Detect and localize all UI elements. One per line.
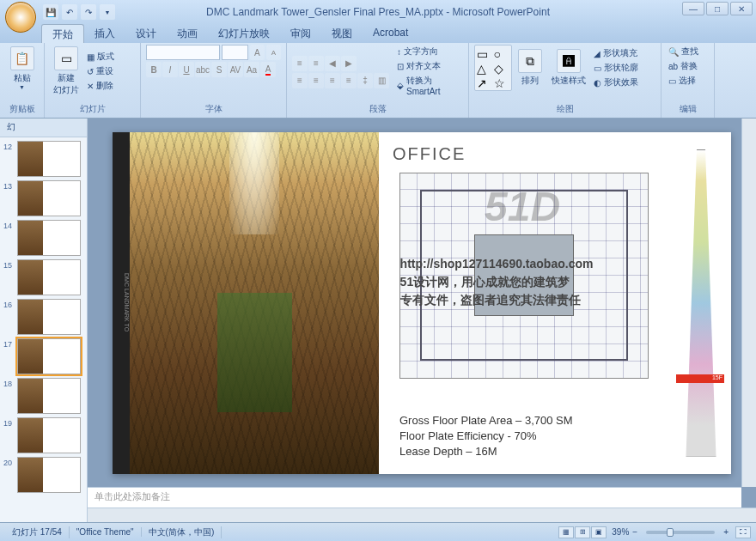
sorter-view-button[interactable]: ⊞ (575, 526, 590, 538)
quick-access-toolbar: 💾 ↶ ↷ ▼ (43, 4, 115, 20)
horizontal-scrollbar[interactable] (88, 508, 756, 522)
zoom-in-button[interactable]: + (720, 527, 732, 537)
layout-button[interactable]: ▦版式 (85, 50, 116, 64)
group-font-label: 字体 (146, 103, 281, 116)
zoom-out-button[interactable]: − (629, 527, 641, 537)
shape-outline-button[interactable]: ▭形状轮廓 (592, 61, 640, 75)
quick-styles-icon: 🅰 (557, 49, 581, 73)
tab-animations[interactable]: 动画 (167, 24, 208, 43)
status-slide-count[interactable]: 幻灯片 17/54 (5, 526, 70, 538)
text-direction-button[interactable]: ↕文字方向 (395, 45, 463, 58)
tab-review[interactable]: 审阅 (280, 24, 321, 43)
slide-canvas[interactable]: DMC LANDMARK TO OFFICE 51D http://shop12… (113, 132, 731, 474)
justify-button[interactable]: ≡ (341, 73, 357, 88)
decrease-indent-button[interactable]: ◀ (325, 56, 340, 71)
tab-view[interactable]: 视图 (321, 24, 363, 43)
select-button[interactable]: ▭选择 (667, 74, 709, 88)
shapes-gallery[interactable]: ▭○△◇↗☆ (474, 45, 512, 91)
line-spacing-button[interactable]: ‡ (357, 73, 373, 88)
thumbnail-number: 15 (3, 259, 17, 270)
thumbnail-number: 12 (3, 141, 17, 151)
minimize-button[interactable]: — (682, 2, 704, 15)
thumbnail-item[interactable]: 15 (3, 259, 83, 295)
numbering-button[interactable]: ≡ (308, 56, 324, 71)
tab-slideshow[interactable]: 幻灯片放映 (208, 24, 280, 43)
reset-button[interactable]: ↺重设 (85, 64, 116, 78)
tab-home[interactable]: 开始 (41, 24, 84, 43)
slideshow-view-button[interactable]: ▣ (591, 526, 607, 538)
thumbnail-item[interactable]: 17 (3, 338, 83, 374)
columns-button[interactable]: ▥ (374, 73, 389, 88)
arrange-button[interactable]: ⧉ 排列 (515, 47, 546, 88)
thumbnail-preview (17, 180, 81, 216)
panel-tab-slides[interactable]: 幻 (0, 119, 22, 137)
align-right-button[interactable]: ≡ (325, 73, 340, 88)
thumbnail-number: 14 (3, 220, 17, 230)
tower-floor-marker: 15F (676, 374, 724, 383)
tab-insert[interactable]: 插入 (84, 24, 125, 43)
find-button[interactable]: 🔍查找 (667, 45, 709, 58)
align-text-button[interactable]: ⊡对齐文本 (395, 59, 463, 73)
thumbnail-item[interactable]: 12 (3, 141, 83, 177)
quick-styles-button[interactable]: 🅰 快速样式 (548, 47, 589, 88)
zoom-slider[interactable] (646, 531, 715, 534)
tab-acrobat[interactable]: Acrobat (363, 24, 418, 43)
smartart-button[interactable]: ⬙转换为 SmartArt (395, 74, 463, 97)
thumbnail-item[interactable]: 14 (3, 220, 83, 256)
slide-content: OFFICE 51D http://shop127114690.taobao.c… (379, 132, 731, 474)
fit-window-button[interactable]: ⛶ (735, 526, 751, 538)
office-button[interactable] (5, 2, 36, 33)
zoom-percent[interactable]: 39% (612, 527, 629, 537)
font-family-dropdown[interactable] (146, 45, 220, 60)
arrange-icon: ⧉ (518, 49, 542, 73)
maximize-button[interactable]: □ (706, 2, 729, 15)
align-left-button[interactable]: ≡ (292, 73, 308, 88)
thumbnail-preview (17, 338, 81, 374)
new-slide-button[interactable]: ▭ 新建 幻灯片 (50, 45, 82, 98)
replace-button[interactable]: ab替换 (667, 59, 709, 73)
tower-elevation: 15F (680, 149, 722, 457)
thumbnail-preview (17, 299, 81, 335)
shape-fill-button[interactable]: ◢形状填充 (592, 46, 640, 60)
thumbnail-item[interactable]: 13 (3, 180, 83, 216)
delete-button[interactable]: ✕删除 (85, 79, 116, 93)
normal-view-button[interactable]: ▦ (558, 526, 574, 538)
bullets-button[interactable]: ≡ (292, 56, 308, 71)
font-color-button[interactable]: A (260, 62, 276, 77)
thumbnail-item[interactable]: 19 (3, 417, 83, 453)
thumbnail-item[interactable]: 20 (3, 457, 83, 493)
paste-button[interactable]: 📋 粘贴 ▼ (5, 45, 39, 92)
main-area: DMC LANDMARK TO OFFICE 51D http://shop12… (88, 119, 756, 522)
grow-font-button[interactable]: A (250, 45, 265, 60)
tab-design[interactable]: 设计 (125, 24, 167, 43)
shape-effects-button[interactable]: ◐形状效果 (592, 76, 640, 89)
vertical-scrollbar[interactable] (741, 119, 756, 487)
italic-button[interactable]: I (162, 62, 178, 77)
char-spacing-button[interactable]: AV (228, 62, 243, 77)
thumbnail-preview (17, 141, 81, 177)
underline-button[interactable]: U (179, 62, 194, 77)
close-button[interactable]: ✕ (730, 2, 753, 15)
align-center-button[interactable]: ≡ (308, 73, 324, 88)
notes-pane[interactable]: 单击此处添加备注 (88, 487, 741, 508)
bold-button[interactable]: B (146, 62, 162, 77)
status-theme[interactable]: "Office Theme" (70, 527, 142, 537)
watermark-logo: 51D (485, 183, 560, 230)
group-editing-label: 编辑 (667, 103, 709, 116)
group-slides-label: 幻灯片 (50, 103, 135, 116)
save-icon[interactable]: 💾 (43, 4, 58, 20)
zoom-thumb[interactable] (667, 528, 674, 537)
thumbnail-item[interactable]: 16 (3, 299, 83, 335)
redo-icon[interactable]: ↷ (81, 4, 96, 20)
change-case-button[interactable]: Aa (244, 62, 259, 77)
shadow-button[interactable]: S (211, 62, 227, 77)
strike-button[interactable]: abc (195, 62, 210, 77)
increase-indent-button[interactable]: ▶ (341, 56, 357, 71)
thumbnail-item[interactable]: 18 (3, 378, 83, 414)
qat-more-icon[interactable]: ▼ (100, 4, 115, 20)
window-title: DMC Landmark Tower_Gensler Final Pres_MA… (206, 6, 550, 18)
undo-icon[interactable]: ↶ (62, 4, 77, 20)
status-language[interactable]: 中文(简体，中国) (142, 526, 223, 538)
font-size-dropdown[interactable] (222, 45, 248, 60)
shrink-font-button[interactable]: A (266, 45, 281, 60)
